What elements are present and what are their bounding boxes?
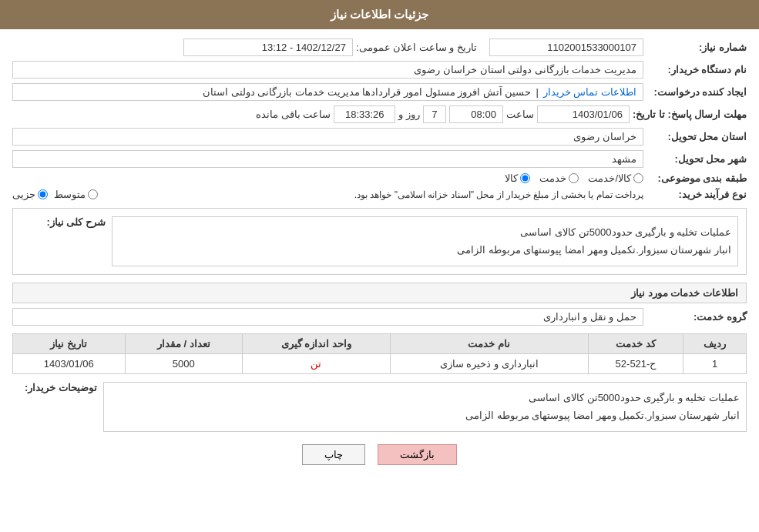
sharh-section: عملیات تخلیه و بارگیری حدود5000تن کالای … xyxy=(12,208,747,275)
nooe-group: پرداخت تمام یا بخشی از مبلغ خریدار از مح… xyxy=(12,189,643,200)
darkhast-row: نام دستگاه خریدار: مدیریت خدمات بازرگانی… xyxy=(12,61,747,79)
khadamat-title: اطلاعات خدمات مورد نیاز xyxy=(12,283,747,303)
cell-name: انبارداری و ذخیره سازی xyxy=(390,353,588,373)
page-header: جزئیات اطلاعات نیاز xyxy=(0,0,759,29)
table-head: ردیف کد خدمت نام خدمت واحد اندازه گیری ت… xyxy=(13,333,747,353)
tabaqe-khedmat-label: خدمت xyxy=(539,172,566,184)
mohlat-label: مهلت ارسال پاسخ: تا تاریخ: xyxy=(633,109,747,120)
tabaqe-kala-label: کالا xyxy=(505,172,518,184)
ejaad-value-box: اطلاعات تماس خریدار | حسین آتش افروز مسئ… xyxy=(12,83,643,101)
ejaad-row: ایجاد کننده درخواست: اطلاعات تماس خریدار… xyxy=(12,83,747,101)
table-row: 1ح-521-52انبارداری و ذخیره سازیتن5000140… xyxy=(13,353,747,373)
tanikh-aalan-label: تاریخ و ساعت اعلان عمومی: xyxy=(356,42,477,53)
nooe-desc: پرداخت تمام یا بخشی از مبلغ خریدار از مح… xyxy=(104,189,643,200)
ejaad-label: ایجاد کننده درخواست: xyxy=(646,86,747,98)
tabaqe-kala-khedmat-radio[interactable] xyxy=(633,173,643,183)
ejaad-link[interactable]: اطلاعات تماس خریدار xyxy=(543,86,636,98)
table-body: 1ح-521-52انبارداری و ذخیره سازیتن5000140… xyxy=(13,353,747,373)
time-label: ساعت xyxy=(506,109,534,120)
tozi-label: توضیحات خریدار: xyxy=(12,382,97,393)
tabaqe-khedmat-radio[interactable] xyxy=(569,173,579,183)
ostan-value: خراسان رضوی xyxy=(12,128,643,146)
mohlat-remaining: 18:33:26 xyxy=(334,105,395,123)
tabaqe-kala-khedmat-item: کالا/خدمت xyxy=(588,172,643,184)
col-date: تاریخ نیاز xyxy=(13,333,126,353)
nooe-motovaset-item: متوسط xyxy=(54,189,98,200)
nooe-row: نوع فرآیند خرید: پرداخت تمام یا بخشی از … xyxy=(12,189,747,200)
sharh-inner: عملیات تخلیه و بارگیری حدود5000تن کالای … xyxy=(21,216,738,266)
ostan-label: استان محل تحویل: xyxy=(646,131,747,142)
sharh-line2: انبار شهرستان سبزوار.تکمیل ومهر امضا پیو… xyxy=(119,241,731,259)
cell-code: ح-521-52 xyxy=(588,353,683,373)
darkhast-label: نام دستگاه خریدار: xyxy=(646,64,747,75)
content-area: شماره نیاز: 1102001533000107 تاریخ و ساع… xyxy=(0,29,759,474)
cell-unit: تن xyxy=(242,353,390,373)
print-button[interactable]: چاپ xyxy=(302,444,365,465)
cell-date: 1403/01/06 xyxy=(13,353,126,373)
page-title: جزئیات اطلاعات نیاز xyxy=(331,8,428,21)
sharh-value: عملیات تخلیه و بارگیری حدود5000تن کالای … xyxy=(112,216,738,266)
nooe-jozi-item: جزیی xyxy=(12,189,48,200)
nooe-jozi-label: جزیی xyxy=(12,189,35,200)
ejaad-text: حسین آتش افروز مسئول امور قراردادها مدیر… xyxy=(203,86,531,98)
gorooh-label: گروه خدمت: xyxy=(646,311,747,323)
tabaqe-khedmat-item: خدمت xyxy=(539,172,579,184)
cell-count: 5000 xyxy=(125,353,242,373)
col-code: کد خدمت xyxy=(588,333,683,353)
service-table: ردیف کد خدمت نام خدمت واحد اندازه گیری ت… xyxy=(12,333,747,374)
sharh-line1: عملیات تخلیه و بارگیری حدود5000تن کالای … xyxy=(119,223,731,241)
niaaz-row: شماره نیاز: 1102001533000107 تاریخ و ساع… xyxy=(12,38,747,56)
mohlat-row: مهلت ارسال پاسخ: تا تاریخ: 1403/01/06 سا… xyxy=(12,105,747,123)
col-count: تعداد / مقدار xyxy=(125,333,242,353)
niaaz-value: 1102001533000107 xyxy=(489,38,643,56)
remaining-label: ساعت باقی مانده xyxy=(256,109,331,120)
shahr-value: مشهد xyxy=(12,150,643,168)
tabaqe-kala-radio[interactable] xyxy=(520,173,530,183)
col-radif: ردیف xyxy=(683,333,747,353)
shahr-label: شهر محل تحویل: xyxy=(646,153,747,165)
tanikh-aalan-value: 1402/12/27 - 13:12 xyxy=(183,38,353,56)
gorooh-row: گروه خدمت: حمل و نقل و انبارداری xyxy=(12,308,747,326)
niaaz-label: شماره نیاز: xyxy=(646,42,747,53)
darkhast-value: مدیریت خدمات بازرگانی دولتی استان خراسان… xyxy=(12,61,643,79)
nooe-motovaset-radio[interactable] xyxy=(88,189,98,199)
mohlat-day: 7 xyxy=(423,105,446,123)
sharh-label: شرح کلی نیاز: xyxy=(21,216,106,228)
col-name: نام خدمت xyxy=(390,333,588,353)
nooe-jozi-radio[interactable] xyxy=(38,189,48,199)
service-table-section: ردیف کد خدمت نام خدمت واحد اندازه گیری ت… xyxy=(12,333,747,374)
tozi-row: عملیات تخلیه و بارگیری حدود5000تن کالای … xyxy=(12,382,747,432)
cell-radif: 1 xyxy=(683,353,747,373)
ostan-row: استان محل تحویل: خراسان رضوی xyxy=(12,128,747,146)
gorooh-value: حمل و نقل و انبارداری xyxy=(12,308,643,326)
tabaqe-kala-item: کالا xyxy=(505,172,530,184)
mohlat-time: 08:00 xyxy=(449,105,503,123)
tabaqe-radio-group: کالا/خدمت خدمت کالا xyxy=(12,172,643,184)
nooe-label: نوع فرآیند خرید: xyxy=(646,189,747,200)
back-button[interactable]: بازگشت xyxy=(378,444,457,465)
shahr-row: شهر محل تحویل: مشهد xyxy=(12,150,747,168)
day-label: روز و xyxy=(398,109,420,120)
tozi-line2: انبار شهرستان سبزوار.تکمیل ومهر امضا پیو… xyxy=(110,407,740,424)
table-header-row: ردیف کد خدمت نام خدمت واحد اندازه گیری ت… xyxy=(13,333,747,353)
page-wrapper: جزئیات اطلاعات نیاز شماره نیاز: 11020015… xyxy=(0,0,759,532)
tabaqe-row: طبقه بندی موضوعی: کالا/خدمت خدمت کالا xyxy=(12,172,747,184)
separator: | xyxy=(536,86,538,98)
col-unit: واحد اندازه گیری xyxy=(242,333,390,353)
tabaqe-kala-khedmat-label: کالا/خدمت xyxy=(588,172,631,184)
tozi-line1: عملیات تخلیه و بارگیری حدود5000تن کالای … xyxy=(110,389,740,407)
button-row: بازگشت چاپ xyxy=(12,444,747,465)
tozi-value: عملیات تخلیه و بارگیری حدود5000تن کالای … xyxy=(103,382,747,432)
tabaqe-label: طبقه بندی موضوعی: xyxy=(646,172,747,184)
nooe-motovaset-label: متوسط xyxy=(54,189,86,200)
mohlat-date: 1403/01/06 xyxy=(537,105,630,123)
